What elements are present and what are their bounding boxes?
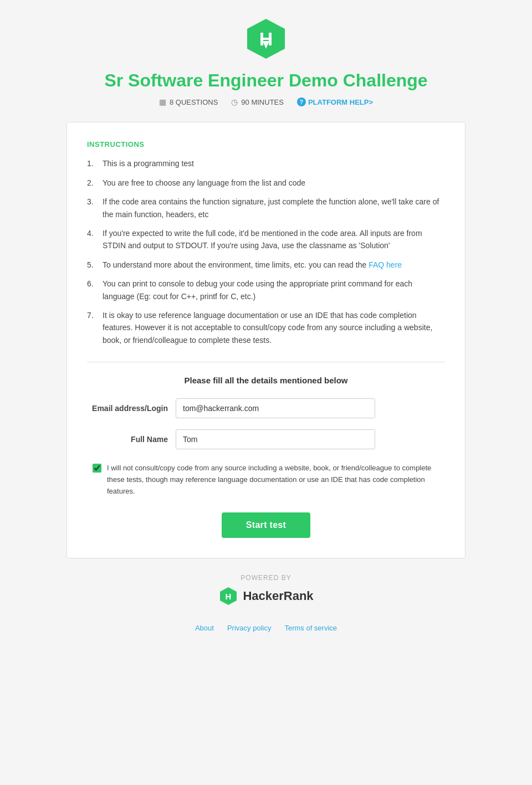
instructions-title: INSTRUCTIONS bbox=[87, 140, 445, 148]
meta-bar: ▦ 8 QUESTIONS ◷ 90 MINUTES ? PLATFORM HE… bbox=[66, 98, 466, 106]
time-meta: ◷ 90 MINUTES bbox=[231, 98, 284, 106]
instruction-item-1: 1. This is a programming test bbox=[87, 157, 445, 170]
hackerrank-logo-header: H bbox=[244, 17, 288, 61]
fullname-input[interactable] bbox=[176, 429, 375, 449]
platform-help-link[interactable]: ? PLATFORM HELP> bbox=[297, 98, 373, 106]
time-limit: 90 MINUTES bbox=[241, 98, 284, 106]
brand-name-text: HackerRank bbox=[243, 589, 313, 603]
questions-icon: ▦ bbox=[159, 98, 166, 106]
page-title: Sr Software Engineer Demo Challenge bbox=[66, 70, 466, 91]
instruction-item-4: 4. If you're expected to write the full … bbox=[87, 227, 445, 252]
form-section-title: Please fill all the details mentioned be… bbox=[87, 376, 445, 385]
section-divider bbox=[87, 362, 445, 362]
email-row: Email address/Login bbox=[87, 398, 445, 418]
start-test-button[interactable]: Start test bbox=[222, 512, 310, 538]
hackerrank-footer-logo: H bbox=[218, 586, 238, 606]
agreement-row: I will not consult/copy code from any so… bbox=[87, 463, 445, 497]
hackerrank-brand: H HackerRank bbox=[66, 586, 466, 606]
privacy-policy-link[interactable]: Privacy policy bbox=[227, 624, 271, 632]
page-header: H Sr Software Engineer Demo Challenge ▦ … bbox=[66, 17, 466, 106]
footer-links: About Privacy policy Terms of service bbox=[0, 615, 532, 645]
questions-count: 8 QUESTIONS bbox=[170, 98, 218, 106]
svg-text:H: H bbox=[226, 592, 232, 601]
instruction-item-7: 7. It is okay to use reference language … bbox=[87, 309, 445, 346]
faq-link[interactable]: FAQ here bbox=[369, 260, 402, 269]
instruction-item-5: 5. To understand more about the environm… bbox=[87, 259, 445, 271]
instructions-list: 1. This is a programming test 2. You are… bbox=[87, 157, 445, 346]
fullname-label: Full Name bbox=[87, 435, 176, 444]
footer-links-bar: About Privacy policy Terms of service bbox=[0, 615, 532, 645]
instruction-item-6: 6. You can print to console to debug you… bbox=[87, 278, 445, 302]
instruction-item-3: 3. If the code area contains the functio… bbox=[87, 196, 445, 220]
help-icon: ? bbox=[297, 98, 306, 106]
powered-by-section: POWERED BY H HackerRank bbox=[66, 558, 466, 615]
platform-help-label: PLATFORM HELP> bbox=[308, 98, 373, 106]
powered-by-label: POWERED BY bbox=[66, 574, 466, 582]
email-label: Email address/Login bbox=[87, 404, 176, 413]
instruction-item-2: 2. You are free to choose any language f… bbox=[87, 177, 445, 189]
email-input[interactable] bbox=[176, 398, 375, 418]
fullname-row: Full Name bbox=[87, 429, 445, 449]
main-card: INSTRUCTIONS 1. This is a programming te… bbox=[66, 122, 466, 558]
terms-of-service-link[interactable]: Terms of service bbox=[284, 624, 337, 632]
clock-icon: ◷ bbox=[231, 98, 238, 106]
questions-meta: ▦ 8 QUESTIONS bbox=[159, 98, 218, 106]
agreement-label: I will not consult/copy code from any so… bbox=[107, 463, 439, 497]
agreement-checkbox[interactable] bbox=[93, 464, 101, 473]
about-link[interactable]: About bbox=[195, 624, 214, 632]
